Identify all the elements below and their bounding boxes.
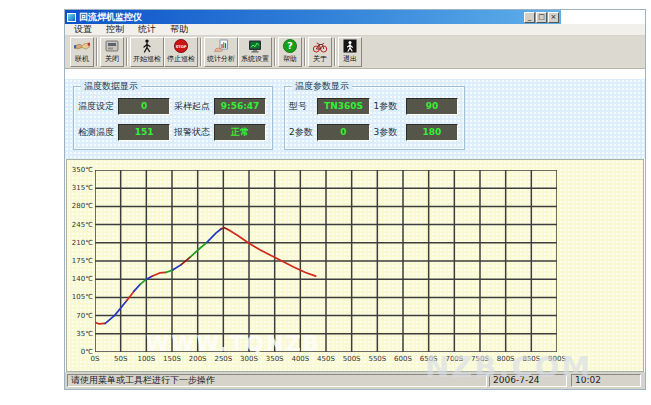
menu-statistics[interactable]: 统计 — [132, 23, 162, 36]
window-controls: _ □ × — [524, 12, 559, 23]
x-tick-label: 150S — [161, 355, 183, 363]
toolbar-button-connect[interactable]: 联机 — [70, 37, 94, 67]
groupbox-title: 温度参数显示 — [292, 81, 352, 92]
svg-text:STOP: STOP — [176, 45, 187, 49]
menu-settings[interactable]: 设置 — [68, 23, 98, 36]
toolbar-label: 系统设置 — [241, 54, 269, 64]
field-row: 型号 TN360S 1参数 90 — [289, 97, 462, 115]
walking-person-icon — [139, 38, 155, 54]
field-label-measured-temp: 检测温度 — [78, 126, 118, 139]
y-tick-label: 210℃ — [67, 239, 93, 247]
temperature-curve-segment — [173, 265, 181, 270]
desktop-background: 回流焊机监控仪 _ □ × 设置 控制 统计 帮助 联机 — [0, 0, 651, 405]
x-tick-label: 50S — [110, 355, 132, 363]
x-tick-label: 700S — [443, 355, 465, 363]
led-model: TN360S — [317, 98, 369, 115]
toolbar-separator — [200, 38, 202, 66]
temperature-curve-plot — [95, 170, 557, 352]
app-icon — [67, 13, 76, 22]
field-label-sample-start: 采样起点 — [174, 100, 214, 113]
led-param2: 0 — [317, 124, 369, 141]
toolbar-separator — [304, 38, 306, 66]
y-tick-label: 105℃ — [67, 293, 93, 301]
toolbar-label: 退出 — [343, 54, 357, 64]
maximize-button[interactable]: □ — [536, 12, 547, 23]
toolbar-label: 统计分析 — [207, 54, 235, 64]
field-label-alarm-status: 报警状态 — [174, 126, 214, 139]
machine-icon — [104, 38, 120, 54]
toolbar-button-stop-scan[interactable]: STOP 停止巡检 — [164, 37, 198, 67]
led-sample-start: 9:56:47 — [214, 98, 266, 115]
toolbar-separator — [126, 38, 128, 66]
temperature-chart-panel: 350℃315℃280℃245℃210℃175℃140℃105℃70℃35℃0℃… — [66, 159, 644, 372]
x-tick-label: 200S — [187, 355, 209, 363]
field-row: 温度设定 0 采样起点 9:56:47 — [78, 97, 270, 115]
temperature-curve-segment — [127, 291, 134, 300]
toolbar-button-start-scan[interactable]: 开始巡检 — [130, 37, 164, 67]
y-tick-label: 350℃ — [67, 166, 93, 174]
temperature-curve-segment — [152, 272, 165, 276]
handshake-icon — [74, 38, 90, 54]
toolbar-button-about[interactable]: 关于 — [308, 37, 332, 67]
toolbar: 联机 关闭 开始巡检 STOP 停止巡检 — [65, 36, 645, 69]
y-tick-label: 140℃ — [67, 275, 93, 283]
y-tick-label: 175℃ — [67, 257, 93, 265]
monitor-icon — [247, 38, 263, 54]
field-label-param2: 2参数 — [289, 126, 317, 139]
toolbar-label: 联机 — [75, 54, 89, 64]
temperature-curve-segment — [207, 229, 221, 243]
temperature-curve-segment — [134, 284, 140, 291]
y-tick-label: 315℃ — [67, 184, 93, 192]
x-tick-label: 450S — [315, 355, 337, 363]
x-tick-label: 900S — [546, 355, 568, 363]
x-tick-label: 0S — [84, 355, 106, 363]
toolbar-button-exit[interactable]: 退出 — [338, 37, 362, 67]
field-label-model: 型号 — [289, 100, 317, 113]
x-tick-label: 250S — [212, 355, 234, 363]
groupbox-title: 温度数据显示 — [81, 81, 141, 92]
y-tick-label: 280℃ — [67, 202, 93, 210]
x-tick-label: 300S — [238, 355, 260, 363]
toolbar-label: 关闭 — [105, 54, 119, 64]
toolbar-button-stat-analysis[interactable]: 统计分析 — [204, 37, 238, 67]
temperature-curve-segment — [105, 301, 127, 324]
title-bar[interactable]: 回流焊机监控仪 _ □ × — [65, 10, 561, 24]
x-tick-label: 750S — [469, 355, 491, 363]
status-date: 2006-7-24 — [489, 374, 567, 387]
toolbar-separator — [274, 38, 276, 66]
toolbar-label: 开始巡检 — [133, 54, 161, 64]
toolbar-label: 关于 — [313, 54, 327, 64]
menu-bar: 设置 控制 统计 帮助 — [65, 24, 645, 36]
status-message: 请使用菜单或工具栏进行下一步操作 — [67, 374, 487, 387]
temperature-curve-segment — [190, 242, 206, 257]
temperature-curve-segment — [95, 322, 105, 324]
x-tick-label: 600S — [392, 355, 414, 363]
menu-help[interactable]: 帮助 — [164, 23, 194, 36]
bicycle-icon — [312, 38, 328, 54]
led-measured-temp: 151 — [118, 124, 170, 141]
info-panel: 温度数据显示 温度设定 0 采样起点 9:56:47 检测温度 151 报警状态… — [65, 79, 645, 159]
window-title: 回流焊机监控仪 — [79, 11, 142, 24]
groupbox-temperature-params: 温度参数显示 型号 TN360S 1参数 90 2参数 0 3参数 180 — [284, 86, 465, 150]
field-label-temp-setting: 温度设定 — [78, 100, 118, 113]
led-alarm-status: 正常 — [214, 124, 266, 141]
y-tick-label: 245℃ — [67, 221, 93, 229]
menu-control[interactable]: 控制 — [100, 23, 130, 36]
toolbar-button-close-link[interactable]: 关闭 — [100, 37, 124, 67]
exit-person-icon — [342, 38, 358, 54]
temperature-curve-segment — [228, 230, 315, 276]
minimize-button[interactable]: _ — [524, 12, 535, 23]
close-button[interactable]: × — [548, 12, 559, 23]
toolbar-button-system-settings[interactable]: 系统设置 — [238, 37, 272, 67]
led-temp-setting: 0 — [118, 98, 170, 115]
svg-text:?: ? — [287, 40, 293, 51]
x-tick-label: 500S — [341, 355, 363, 363]
x-tick-label: 100S — [135, 355, 157, 363]
groupbox-temperature-data: 温度数据显示 温度设定 0 采样起点 9:56:47 检测温度 151 报警状态… — [73, 86, 273, 150]
toolbar-button-help[interactable]: ? 帮助 — [278, 37, 302, 67]
x-tick-label: 650S — [418, 355, 440, 363]
help-question-icon: ? — [282, 38, 298, 54]
field-row: 2参数 0 3参数 180 — [289, 123, 462, 141]
field-label-param1: 1参数 — [374, 100, 406, 113]
y-tick-label: 35℃ — [67, 330, 93, 338]
